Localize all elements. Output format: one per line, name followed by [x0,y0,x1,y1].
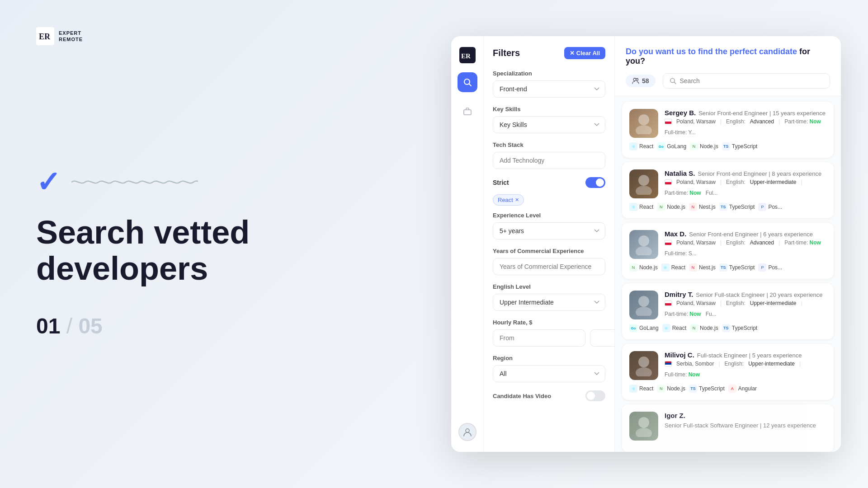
search-box-icon [670,77,676,84]
skill-chip: PPos... [758,263,782,272]
filters-title: Filters [493,48,520,58]
candidate-name: Milivoj C. [665,351,694,359]
years-commercial-label: Years of Commercial Experience [493,248,605,254]
tech-stack-section: Tech Stack [493,141,605,169]
english-value: Upper-intermediate [750,179,797,185]
react-tag-label: React [498,197,513,203]
english-label: English: [726,239,745,246]
search-box[interactable] [663,73,830,89]
candidate-card[interactable]: Max D. Senior Front-end Engineer | 6 yea… [622,223,834,279]
filters-panel: Filters ✕ Clear All Specialization Front… [484,36,615,452]
skill-chip: GoGoLang [629,324,659,332]
candidate-info: Igor Z. Senior Full-stack Software Engin… [665,412,826,441]
node-icon: N [657,385,665,393]
skill-chip: ⚛React [629,203,653,211]
candidate-location: Serbia, Sombor [676,361,714,367]
skill-chip: TSTypeScript [722,142,758,150]
candidate-card[interactable]: Sergey B. Senior Front-end Engineer | 15… [622,102,834,158]
svg-point-20 [638,357,649,367]
region-label: Region [493,355,605,361]
nav-briefcase-btn[interactable] [458,101,477,121]
angular-icon: A [728,385,736,393]
react-tag-close[interactable]: ✕ [515,197,519,203]
candidate-name-row: Dmitry T. Senior Full-stack Engineer | 2… [665,291,826,298]
key-skills-select[interactable]: Key Skills [493,116,605,133]
skill-chip: ⚛React [662,324,686,332]
svg-point-22 [638,417,649,428]
candidate-location: Poland, Warsaw [676,179,716,185]
skill-chip: ⚛React [661,263,685,272]
react-tag[interactable]: React ✕ [493,194,524,206]
results-count: 58 [642,77,649,84]
candidate-location: Poland, Warsaw [676,118,716,125]
flag-icon [665,119,672,124]
english-label: English: [726,179,745,185]
candidate-info: Milivoj C. Full-stack Engineer | 5 years… [665,351,826,380]
experience-level-select[interactable]: 5+ years [493,222,605,239]
svg-rect-6 [464,110,471,115]
skills-row: ⚛React NNode.js NNest.js TSTypeScript PP… [629,203,826,211]
briefcase-icon [463,107,472,116]
candidate-name: Natalia S. [665,169,695,177]
candidate-avatar [629,291,658,319]
candidate-card[interactable]: Dmitry T. Senior Full-stack Engineer | 2… [622,283,834,339]
react-icon: ⚛ [629,203,637,211]
english-level-select[interactable]: Upper Intermediate [493,294,605,311]
search-input[interactable] [680,77,824,84]
clear-all-button[interactable]: ✕ Clear All [564,47,605,59]
strict-row: Strict [493,177,605,188]
checkmark-area: ✓ [36,168,280,197]
candidate-meta: Serbia, Sombor | English: Upper-intermed… [665,361,826,378]
skill-chip: PPos... [758,203,782,211]
candidate-card[interactable]: Natalia S. Senior Front-end Engineer | 8… [622,162,834,218]
pg-icon: P [758,263,766,272]
skill-chip: TSTypeScript [719,263,755,272]
flag-icon [665,300,672,306]
english-value: Advanced [750,118,774,125]
node-icon: N [657,203,665,211]
candidate-name: Max D. [665,230,686,238]
candidate-card[interactable]: Milivoj C. Full-stack Engineer | 5 years… [622,344,834,400]
results-cta: Do you want us to find the perfect candi… [626,47,830,66]
skills-row: ⚛React NNode.js TSTypeScript AAngular [629,385,826,393]
english-value: Advanced [750,239,774,246]
ts-icon: TS [719,203,727,211]
part-time: Part-time: Now [665,190,701,196]
skill-chip: NNode.js [657,203,685,211]
candidate-video-toggle[interactable] [585,390,605,401]
part-time: Part-time: Now [784,118,821,125]
svg-point-12 [638,114,649,125]
english-value: Upper-intermediate [748,361,795,367]
node-icon: N [629,263,637,272]
candidate-avatar [629,169,658,198]
skill-chip: TSTypeScript [722,324,758,332]
nav-search-btn[interactable] [458,72,477,92]
wave-decoration [71,178,198,187]
strict-toggle[interactable] [585,177,605,188]
specialization-label: Specialization [493,70,605,77]
cta-question: Do you want us to find the perfect candi… [626,47,799,56]
strict-label: Strict [493,179,509,186]
candidate-role: Full-stack Engineer | 5 years experience [697,352,802,359]
hourly-rate-row [493,329,605,347]
region-select[interactable]: All [493,365,605,382]
candidate-name-row: Max D. Senior Front-end Engineer | 6 yea… [665,230,826,238]
hourly-from-input[interactable] [493,329,585,347]
english-label: English: [726,300,745,306]
hourly-to-input[interactable] [590,329,615,347]
filters-header: Filters ✕ Clear All [493,47,605,59]
candidate-avatar [629,109,658,138]
specialization-select[interactable]: Front-end [493,80,605,98]
nav-avatar[interactable] [458,423,476,441]
candidate-card[interactable]: Igor Z. Senior Full-stack Software Engin… [622,404,834,452]
page-wrapper: ER EXPERTREMOTE ✓ Search vetted develope… [0,0,868,488]
svg-point-15 [636,186,652,195]
tech-stack-input[interactable] [493,152,605,169]
skills-row: NNode.js ⚛React NNest.js TSTypeScript PP… [629,263,826,272]
hero-title: Search vetted developers [36,215,280,286]
skill-chip: TSTypeScript [719,203,755,211]
years-commercial-input[interactable] [493,258,605,275]
svg-point-19 [636,307,652,316]
key-skills-label: Key Skills [493,106,605,113]
candidate-top: Natalia S. Senior Front-end Engineer | 8… [629,169,826,198]
